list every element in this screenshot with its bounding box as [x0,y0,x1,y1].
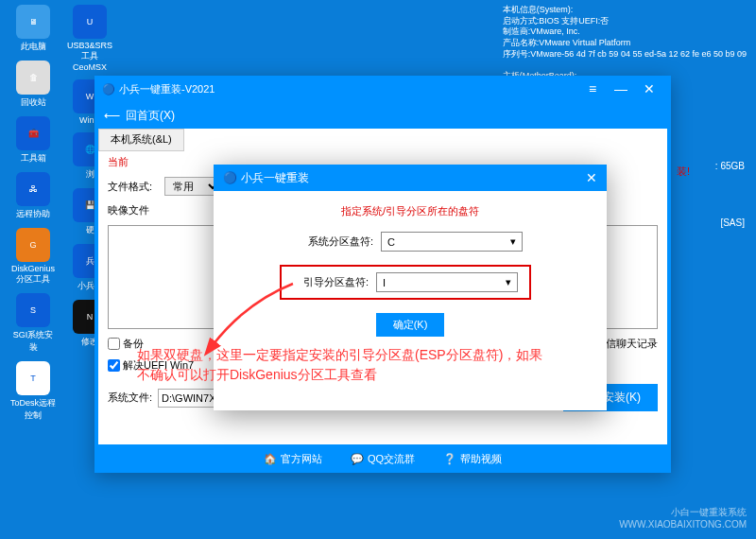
file-format-select[interactable]: 常用 [164,177,221,196]
sys-partition-label: 系统分区盘符: [298,235,373,249]
chevron-down-icon: ▾ [510,235,516,248]
main-titlebar: 🔵 小兵一键重装-V2021 ≡ — ✕ [94,76,671,102]
sas-text: [SAS] [720,217,745,228]
minimize-button[interactable]: — [607,79,635,98]
desktop-icon-recycle[interactable]: 🗑回收站 [9,61,57,109]
tab-local-system[interactable]: 本机系统(&L) [98,129,184,151]
sys-file-label: 系统文件: [108,391,152,405]
help-icon: ❔ [443,453,456,465]
dialog-icon: 🔵 [223,171,237,184]
disk-size-text: : 65GB [715,161,745,171]
desktop-icon-diskgenius[interactable]: GDiskGenius分区工具 [9,228,57,286]
bottom-links: 🏠官方网站 💬QQ交流群 ❔帮助视频 [94,444,671,473]
settings-button[interactable]: ≡ [578,79,607,98]
dialog-hint: 指定系统/引导分区所在的盘符 [232,204,588,218]
sys-partition-combo[interactable]: C▾ [381,232,523,252]
dialog-titlebar: 🔵 小兵一键重装 ✕ [214,165,607,191]
desktop-icon-pc[interactable]: 🖥此电脑 [9,5,57,53]
help-video-link[interactable]: ❔帮助视频 [443,452,502,466]
desktop-icon-remote[interactable]: 🖧远程协助 [9,172,57,220]
desktop-icon-todesk[interactable]: TToDesk远程控制 [9,361,57,422]
chevron-down-icon: ▾ [506,276,511,288]
main-title: 小兵一键重装-V2021 [119,82,215,96]
warning-right: 装! [677,165,690,179]
annotation-text: 如果双硬盘，这里一定要指定安装的引导分区盘(ESP分区盘符)，如果 不确认可以打… [137,345,647,385]
desktop-icon-sgi[interactable]: SSGI系统安装 [9,293,57,354]
home-icon: 🏠 [264,453,277,465]
dialog-close-button[interactable]: ✕ [586,170,597,185]
dialog-title-text: 小兵一键重装 [241,170,309,186]
official-site-link[interactable]: 🏠官方网站 [264,452,322,466]
back-arrow-icon[interactable]: ⟵ [104,109,120,122]
ok-button[interactable]: 确定(K) [376,313,445,337]
close-button[interactable]: ✕ [635,79,663,98]
nav-bar: ⟵ 回首页(X) [94,102,671,129]
back-link[interactable]: 回首页(X) [126,108,175,124]
boot-partition-combo[interactable]: I▾ [376,272,518,292]
desktop-icon-usb[interactable]: UUSB3&SRS工具CeoMSX [66,5,113,72]
desktop-icons-col1: 🖥此电脑 🗑回收站 🧰工具箱 🖧远程协助 GDiskGenius分区工具 SSG… [9,5,57,422]
qq-group-link[interactable]: 💬QQ交流群 [351,452,415,466]
file-format-label: 文件格式: [108,180,164,194]
desktop-icon-toolbox[interactable]: 🧰工具箱 [9,116,57,165]
qq-icon: 💬 [351,453,364,465]
boot-partition-label: 引导分区盘符: [293,275,369,289]
app-icon: 🔵 [102,83,115,96]
watermark: 小白一键重装系统 WWW.XIAOBAIXITONG.COM [619,506,747,530]
image-file-label: 映像文件 [108,203,164,217]
